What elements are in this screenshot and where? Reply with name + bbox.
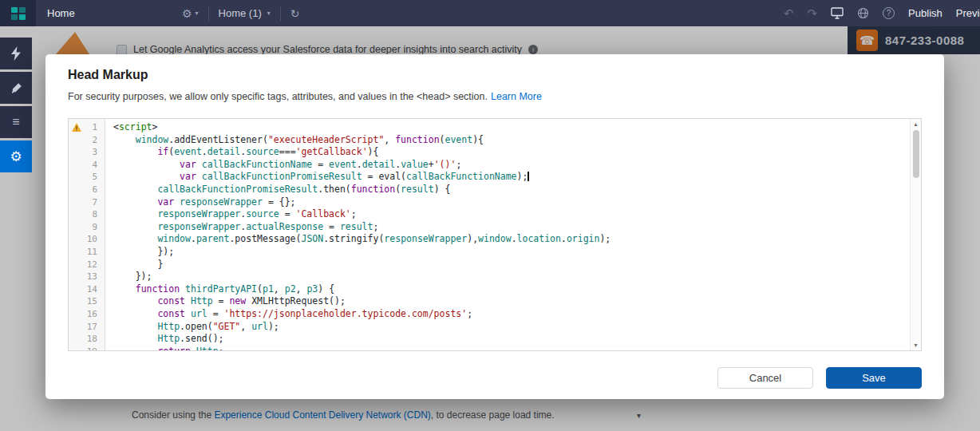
save-button[interactable]: Save: [826, 367, 922, 389]
text-cursor: [528, 172, 528, 181]
code-line: var callBackFunctionPromiseResult = eval…: [113, 171, 910, 184]
structure-panel-button[interactable]: ≡: [0, 106, 32, 138]
locale-button[interactable]: [857, 7, 869, 19]
help-button[interactable]: ?: [883, 7, 895, 19]
divider: [208, 6, 209, 21]
cancel-button[interactable]: Cancel: [717, 367, 813, 389]
undo-button[interactable]: ↶: [784, 7, 794, 19]
refresh-button[interactable]: ↻: [290, 7, 300, 20]
line-number: 3: [69, 146, 105, 159]
line-number: 7: [69, 196, 105, 209]
code-line: window.parent.postMessage(JSON.stringify…: [113, 233, 910, 246]
undo-icon: ↶: [784, 6, 794, 20]
line-number: 11: [69, 246, 105, 259]
page-settings-button[interactable]: ⚙ ▾: [182, 7, 199, 20]
code-line: function thirdPartyAPI(p1, p2, p3) {: [113, 283, 910, 296]
line-number: 13: [69, 271, 105, 283]
builder-topbar: Home ⚙ ▾ Home (1) ▾ ↻ ↶ ↷: [0, 0, 980, 26]
line-number: 16: [69, 308, 105, 321]
preview-button[interactable]: Preview: [956, 7, 980, 19]
code-line: if(event.detail.source==='getCallback'){: [113, 146, 910, 159]
redo-button[interactable]: ↷: [808, 7, 818, 19]
code-line: <script>: [113, 121, 910, 134]
code-line: Http.send();: [113, 333, 910, 346]
code-line: window.addEventListener("executeHeaderSc…: [113, 134, 910, 147]
line-number: 2: [69, 134, 105, 147]
code-line: callBackFunctionPromiseResult.then(funct…: [113, 184, 910, 196]
learn-more-link[interactable]: Learn More: [491, 91, 542, 102]
editor-scrollbar[interactable]: ▲ ▼: [910, 119, 921, 350]
chevron-down-icon: ▾: [267, 10, 271, 17]
head-markup-modal: Head Markup For security purposes, we al…: [45, 54, 944, 399]
theme-panel-button[interactable]: [0, 72, 32, 104]
scroll-up-icon[interactable]: ▲: [911, 121, 921, 127]
globe-icon: [857, 7, 869, 19]
page-selector-label: Home (1): [219, 7, 262, 19]
builder-tool-rail: ≡ ⚙: [0, 38, 32, 172]
divider: [280, 6, 281, 21]
builder-grid-icon: [10, 6, 26, 22]
line-number: 18: [69, 333, 105, 346]
redo-icon: ↷: [808, 6, 818, 20]
code-line: });: [113, 271, 910, 283]
lightning-icon: [10, 46, 22, 61]
line-number: 6: [69, 184, 105, 196]
line-number: 14: [69, 283, 105, 296]
settings-panel-button[interactable]: ⚙: [0, 140, 32, 172]
code-editor[interactable]: 12345678910111213141516171819 <script> w…: [68, 118, 922, 351]
page-selector-dropdown[interactable]: Home (1) ▾: [219, 7, 271, 19]
code-line: responseWrapper.actualResponse = result;: [113, 221, 910, 234]
code-line: return Http;: [113, 346, 910, 350]
line-number: 8: [69, 208, 105, 221]
components-panel-button[interactable]: [0, 38, 32, 69]
gear-icon: ⚙: [182, 7, 192, 20]
code-line: Http.open("GET", url);: [113, 321, 910, 334]
monitor-icon: [831, 7, 844, 19]
line-number: 1: [69, 121, 105, 134]
code-lines[interactable]: <script> window.addEventListener("execut…: [106, 119, 910, 350]
line-number: 15: [69, 295, 105, 308]
scroll-down-icon[interactable]: ▼: [911, 342, 921, 348]
chevron-down-icon: ▾: [196, 10, 199, 17]
line-number: 19: [69, 346, 105, 350]
brush-icon: [10, 82, 22, 94]
code-line: const Http = new XMLHttpRequest();: [113, 295, 910, 308]
refresh-icon: ↻: [290, 7, 300, 20]
modal-title: Head Markup: [68, 54, 922, 82]
modal-description: For security purposes, we allow only spe…: [68, 91, 922, 102]
publish-button[interactable]: Publish: [908, 7, 942, 19]
modal-description-text: For security purposes, we allow only spe…: [68, 91, 488, 102]
builder-home-button[interactable]: [0, 0, 36, 26]
code-line: responseWrapper.source = 'Callback';: [113, 208, 910, 221]
line-number: 10: [69, 233, 105, 246]
line-number: 12: [69, 259, 105, 271]
scrollbar-thumb[interactable]: [913, 130, 919, 178]
current-page-label: Home: [47, 7, 75, 19]
desktop-view-button[interactable]: [831, 7, 844, 19]
code-line: }: [113, 259, 910, 271]
code-line: var responseWrapper = {};: [113, 196, 910, 209]
line-number: 9: [69, 221, 105, 234]
line-number: 5: [69, 171, 105, 184]
code-line: var callBackFunctionName = event.detail.…: [113, 159, 910, 172]
list-icon: ≡: [12, 115, 19, 129]
line-number: 17: [69, 321, 105, 334]
line-number: 4: [69, 159, 105, 172]
code-line: const url = 'https://jsonplaceholder.typ…: [113, 308, 910, 321]
modal-footer: Cancel Save: [717, 367, 922, 389]
code-gutter: 12345678910111213141516171819: [69, 119, 105, 350]
gear-icon: ⚙: [10, 148, 22, 165]
question-icon: ?: [887, 9, 891, 18]
code-line: });: [113, 246, 910, 259]
